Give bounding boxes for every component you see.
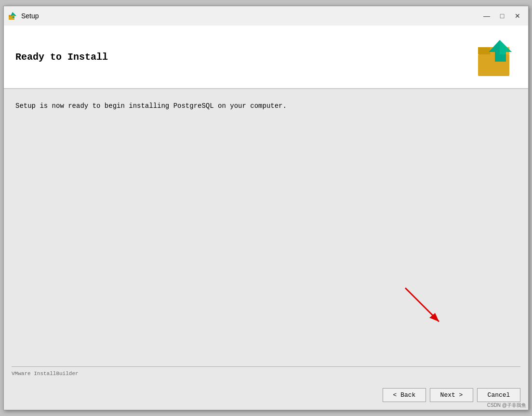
watermark: CSDN @子非我鱼 xyxy=(487,402,526,409)
svg-rect-3 xyxy=(12,15,14,17)
setup-window: Setup — □ ✕ Ready to Install Setup is no xyxy=(3,6,529,410)
cancel-button[interactable]: Cancel xyxy=(477,388,520,402)
svg-marker-9 xyxy=(500,40,512,54)
setup-icon xyxy=(8,11,17,21)
footer-buttons: < Back Next > Cancel xyxy=(12,388,520,402)
installer-icon xyxy=(473,35,517,78)
close-button[interactable]: ✕ xyxy=(511,9,524,23)
footer-section: VMware InstallBuilder < Back Next > Canc… xyxy=(4,366,528,410)
content-message: Setup is now ready to begin installing P… xyxy=(15,101,517,111)
header-title: Ready to Install xyxy=(15,52,108,63)
red-arrow-indicator xyxy=(396,283,453,334)
svg-line-10 xyxy=(405,288,439,322)
next-button[interactable]: Next > xyxy=(430,388,473,402)
minimize-button[interactable]: — xyxy=(480,9,493,23)
content-area: Setup is now ready to begin installing P… xyxy=(4,89,528,366)
title-bar-controls: — □ ✕ xyxy=(480,9,524,23)
window-title: Setup xyxy=(21,12,39,20)
maximize-button[interactable]: □ xyxy=(495,9,509,23)
brand-label: VMware InstallBuilder xyxy=(12,366,520,382)
title-bar-left: Setup xyxy=(8,11,39,21)
header-section: Ready to Install xyxy=(4,26,528,89)
svg-rect-2 xyxy=(9,15,11,17)
title-bar: Setup — □ ✕ xyxy=(4,6,528,26)
back-button[interactable]: < Back xyxy=(383,388,426,402)
svg-marker-11 xyxy=(429,313,439,322)
